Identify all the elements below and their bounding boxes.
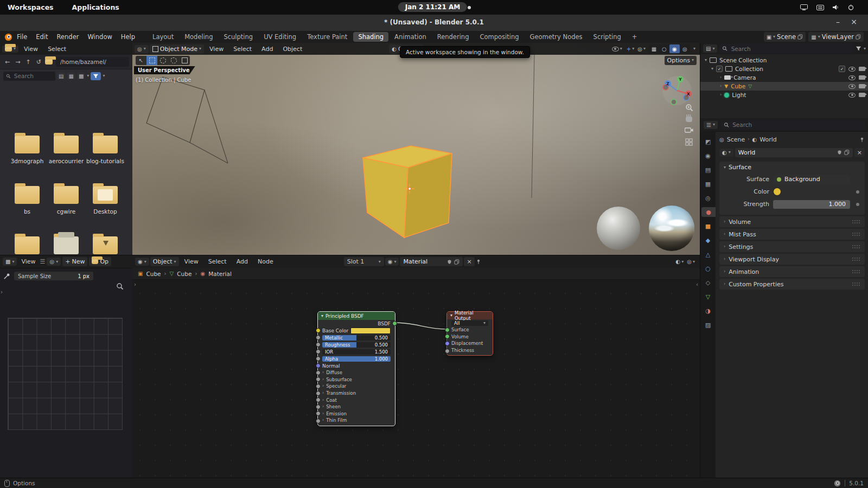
- chevron-down-icon[interactable]: ▾: [864, 47, 866, 51]
- panel-mist-pass[interactable]: ›Mist Pass: [719, 229, 865, 240]
- section-socket[interactable]: [316, 411, 321, 416]
- chevron-down-icon[interactable]: ▾: [693, 47, 695, 51]
- navigation-gizmo[interactable]: Y X Z: [660, 74, 694, 108]
- tab-world[interactable]: ●: [701, 207, 716, 217]
- fb-menu-select[interactable]: Select: [43, 46, 71, 53]
- tab-shading[interactable]: Shading: [353, 32, 388, 42]
- copy-icon[interactable]: [856, 34, 861, 40]
- volume-icon[interactable]: [833, 4, 839, 10]
- drag-grip-icon[interactable]: [852, 270, 860, 274]
- metallic-socket[interactable]: [316, 335, 321, 340]
- tree-row-light[interactable]: › Light: [700, 91, 868, 99]
- tab-uv-editing[interactable]: UV Editing: [259, 32, 301, 42]
- menu-help[interactable]: Help: [117, 33, 139, 41]
- section-diffuse[interactable]: ›Diffuse: [318, 369, 395, 376]
- tab-compositing[interactable]: Compositing: [475, 32, 524, 42]
- camera-view-icon[interactable]: [685, 127, 693, 133]
- light-object[interactable]: [532, 54, 534, 198]
- tab-layout[interactable]: Layout: [148, 32, 178, 42]
- editor-type-button[interactable]: ▩ ▾: [3, 258, 17, 266]
- visibility-dropdown[interactable]: ▾: [612, 47, 622, 52]
- volume-socket[interactable]: [445, 334, 450, 339]
- shading-solid-button[interactable]: ○: [659, 44, 669, 53]
- gizmos-dropdown[interactable]: + ▾: [626, 46, 634, 52]
- roughness-socket[interactable]: [316, 342, 321, 347]
- eyedropper-icon[interactable]: [3, 273, 10, 280]
- zoom-tool-icon[interactable]: [116, 282, 124, 292]
- refresh-button[interactable]: ↺: [35, 59, 43, 66]
- tab-object-data[interactable]: ▽: [701, 292, 714, 301]
- vp-menu-view[interactable]: View: [205, 46, 228, 53]
- axis-y-neg-handle[interactable]: [671, 99, 676, 105]
- fb-search-box[interactable]: [3, 72, 55, 81]
- render-camera-icon[interactable]: [859, 75, 865, 80]
- tab-modifiers[interactable]: ◆: [701, 235, 714, 245]
- menu-window[interactable]: Window: [83, 33, 116, 41]
- tab-view-layer[interactable]: ▦: [701, 179, 714, 189]
- new-image-button[interactable]: + New: [62, 257, 87, 266]
- parent-dir-button[interactable]: ↑: [24, 59, 32, 66]
- node-principled-bsdf[interactable]: ▾ Principled BSDF BSDF Base Color Metall…: [317, 311, 395, 426]
- collapse-icon[interactable]: ▾: [450, 313, 452, 318]
- vp-menu-add[interactable]: Add: [257, 46, 277, 53]
- chevron-down-icon[interactable]: ▾: [103, 74, 105, 78]
- workspaces-menu[interactable]: Workspaces: [8, 3, 54, 11]
- applications-menu[interactable]: Applications: [72, 3, 119, 11]
- tab-geometry-nodes[interactable]: Geometry Nodes: [525, 32, 588, 42]
- tab-animation[interactable]: Animation: [390, 32, 431, 42]
- alpha-socket[interactable]: [316, 356, 321, 361]
- viewport-3d[interactable]: ◎ ▾ Object Mode ▾ View Select Add Object…: [132, 43, 700, 255]
- folder-item[interactable]: bs: [8, 186, 47, 236]
- grid-view-button[interactable]: ▦: [67, 73, 75, 80]
- collapse-icon[interactable]: ▾: [321, 314, 323, 318]
- section-socket[interactable]: [316, 370, 321, 375]
- outliner-search-input[interactable]: [730, 45, 851, 53]
- target-dropdown[interactable]: All ▾: [451, 320, 488, 326]
- expand-icon[interactable]: ▾: [705, 58, 707, 62]
- tab-material[interactable]: ◑: [701, 306, 714, 316]
- tree-row-cube[interactable]: › ▼ Cube ▽: [700, 82, 868, 91]
- render-camera-icon[interactable]: [859, 67, 865, 71]
- menu-file[interactable]: File: [12, 33, 31, 41]
- animate-dot-icon[interactable]: [856, 203, 859, 206]
- displacement-socket[interactable]: [445, 341, 450, 346]
- select-lasso-button[interactable]: [168, 56, 179, 65]
- surface-panel-header[interactable]: ▾ Surface: [719, 162, 865, 173]
- hide-eye-icon[interactable]: [848, 84, 856, 89]
- folder-item[interactable]: Downloads: [86, 236, 125, 255]
- node-header[interactable]: ▾ Principled BSDF: [318, 312, 395, 320]
- hamburger-icon[interactable]: ☰: [40, 258, 46, 265]
- section-socket[interactable]: [316, 377, 321, 382]
- keyboard-icon[interactable]: [816, 5, 824, 10]
- node-material-output[interactable]: ▾ Material Output All ▾ Surface Volume D…: [446, 311, 493, 356]
- camera-wireframe[interactable]: [146, 77, 205, 143]
- pan-hand-icon[interactable]: [686, 117, 692, 122]
- options-dropdown[interactable]: Options ▾: [665, 56, 697, 65]
- display-icon[interactable]: [800, 4, 808, 10]
- world-color-swatch[interactable]: [773, 188, 781, 196]
- expand-icon[interactable]: ›: [720, 93, 722, 97]
- expand-icon[interactable]: ›: [720, 84, 722, 88]
- tree-row-camera[interactable]: › Camera: [700, 73, 868, 82]
- shading-material-button[interactable]: ◉: [669, 44, 680, 53]
- tree-row-scene-collection[interactable]: ▾ Scene Collection: [700, 56, 868, 65]
- folder-item[interactable]: 3dmograph: [8, 136, 47, 186]
- drag-grip-icon[interactable]: [852, 282, 860, 286]
- editor-type-button[interactable]: ◎ ▾: [135, 45, 149, 53]
- ior-field[interactable]: IOR 1.500: [322, 349, 391, 355]
- base-color-socket[interactable]: [316, 328, 321, 333]
- thumbnail-view-button[interactable]: ▩: [77, 73, 85, 80]
- copy-icon[interactable]: [797, 34, 803, 40]
- metallic-slider[interactable]: Metallic 0.500: [322, 335, 391, 341]
- folder-item[interactable]: devreel: [8, 236, 47, 255]
- copy-icon[interactable]: [844, 150, 850, 155]
- close-button[interactable]: ×: [851, 17, 857, 26]
- panel-volume[interactable]: ›Volume: [719, 216, 865, 227]
- editor-type-button[interactable]: ☰ ▾: [704, 121, 718, 129]
- bsdf-output-socket[interactable]: [392, 321, 397, 326]
- outliner-search-box[interactable]: [719, 44, 853, 53]
- cube-object[interactable]: [363, 146, 452, 237]
- editor-type-button[interactable]: ▾: [2, 46, 18, 53]
- world-browse-button[interactable]: ◐ ▾: [719, 149, 733, 157]
- panel-viewport-display[interactable]: ›Viewport Display: [719, 254, 865, 265]
